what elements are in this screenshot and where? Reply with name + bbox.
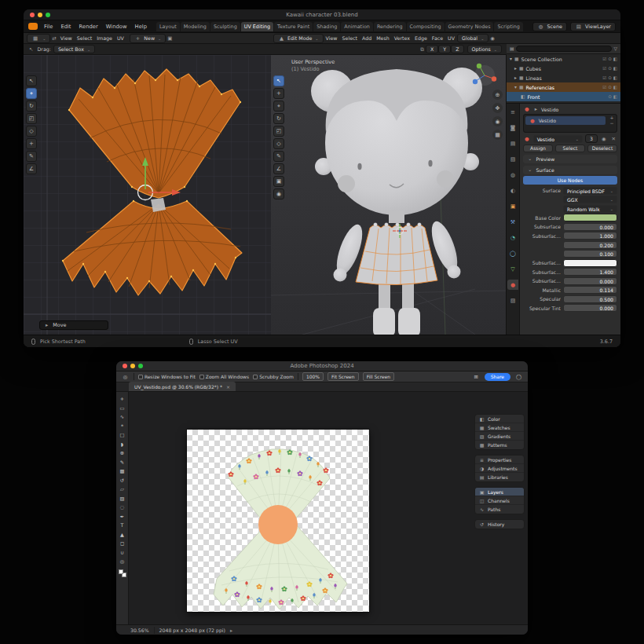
remove-slot-button[interactable]: − [609,120,613,126]
outliner-row-cubes[interactable]: ▸ ▦ Cubes ☑⊙◧ [507,64,620,73]
perspective-toggle-icon[interactable]: ▦ [492,130,503,140]
sss-radius-r-slider[interactable]: 1.000 [563,232,617,240]
move-tool-icon[interactable]: + [118,395,126,402]
deselect-button[interactable]: Deselect [587,145,617,152]
sss-ior-slider[interactable]: 1.400 [563,268,617,276]
vp-menu-face[interactable]: Face [430,34,445,42]
viewlayer-tab-icon[interactable]: ▧ [507,154,518,164]
uv-transform-tool-icon[interactable]: ◇ [26,126,37,137]
sss-color-swatch[interactable] [563,259,617,267]
specular-tint-slider[interactable]: 0.000 [563,304,617,312]
uv-menu-uv[interactable]: UV [115,34,126,42]
material-slot-list[interactable]: ● Vestido + − [523,114,617,133]
uv-menu-select[interactable]: Select [75,34,94,42]
menu-window[interactable]: Window [103,22,130,31]
render-tab-icon[interactable]: ◙ [507,123,518,133]
select-button[interactable]: Select [555,145,585,152]
expand-icon[interactable]: ▸ [514,75,517,80]
vp-annotate-tool-icon[interactable]: ✎ [273,151,284,162]
distribution-dropdown[interactable]: GGX [563,196,617,203]
clone-stamp-tool-icon[interactable]: ▩ [118,467,126,474]
foreground-background-swatches[interactable] [119,569,126,577]
panel-properties[interactable]: ≡Properties [475,456,524,464]
pan-view-icon[interactable]: ✥ [492,103,503,113]
eye-icon[interactable]: ⊙ [608,85,612,90]
vp-menu-view[interactable]: View [324,34,340,42]
hand-tool-icon[interactable]: ∪ [118,549,126,556]
vp-extrude-tool-icon[interactable]: ▣ [273,176,284,187]
metallic-slider[interactable]: 0.114 [563,286,617,294]
zoom-level-field[interactable]: 30.56% [130,628,149,633]
eraser-tool-icon[interactable]: ▱ [118,485,126,492]
vp-transform-tool-icon[interactable]: ◇ [273,138,284,149]
texture-tab-icon[interactable]: ▨ [507,295,518,306]
minimize-window-button[interactable] [130,364,135,368]
account-avatar-icon[interactable]: ◯ [514,373,523,380]
camera-icon[interactable]: ◧ [613,94,617,99]
share-button[interactable]: Share [485,373,510,381]
quick-select-tool-icon[interactable]: * [118,423,126,430]
sss-anisotropy-slider[interactable]: 0.000 [563,277,617,285]
vp-menu-mesh[interactable]: Mesh [374,34,392,42]
panel-color[interactable]: ◧Color [475,415,524,423]
uv-select-tool-icon[interactable]: ↖ [26,75,37,86]
panel-swatches[interactable]: ▦Swatches [475,423,524,432]
zoom-tool-icon[interactable]: ◎ [121,373,130,380]
camera-view-icon[interactable]: ◉ [492,116,503,126]
orientation-dropdown[interactable]: Global [457,34,488,42]
modifiers-tab-icon[interactable]: ⚒ [507,217,518,227]
maximize-window-button[interactable] [138,364,143,368]
workspace-grid-icon[interactable]: ⊞ [472,373,481,380]
uv-editor[interactable]: ↖ ⌖ ↻ ◰ ◇ + ✎ ∠ ▸ Move [24,55,271,335]
vp-menu-uv[interactable]: UV [445,34,457,42]
mirror-x-toggle[interactable]: X [426,45,438,53]
eye-icon[interactable]: ⊙ [608,57,612,61]
tab-geometry-nodes[interactable]: Geometry Nodes [445,22,494,31]
tab-rendering[interactable]: Rendering [374,22,406,31]
fake-user-shield-icon[interactable]: ◉ [600,136,608,142]
use-nodes-button[interactable]: Use Nodes [523,176,617,185]
maximize-window-button[interactable] [46,13,50,17]
new-image-button[interactable]: +New [130,34,166,43]
checkbox-icon[interactable]: ☑ [602,66,606,71]
physics-tab-icon[interactable]: ◯ [507,248,518,258]
surface-shader-dropdown[interactable]: Principled BSDF [563,187,617,195]
tab-texture-paint[interactable]: Texture Paint [274,22,313,31]
material-slot-row[interactable]: ● Vestido [525,116,606,125]
vp-measure-tool-icon[interactable]: ∠ [273,163,284,174]
unlink-icon[interactable]: ✕ [610,136,617,142]
vp-menu-vertex[interactable]: Vertex [392,34,412,42]
document-tab[interactable]: UV_Vestido.psd @ 30.6% (RGB/32*) * × [129,382,236,391]
resize-windows-checkbox[interactable]: Resize Windows to Fit [138,374,196,379]
specular-slider[interactable]: 0.500 [563,295,617,303]
tab-compositing[interactable]: Compositing [407,22,445,31]
add-slot-button[interactable]: + [609,115,613,120]
viewlayer-selector[interactable]: ▤ViewLayer [570,22,616,31]
scene-tab-icon[interactable]: ◍ [507,170,518,180]
outliner-row-scene-collection[interactable]: ▾ ▦ Scene Collection ☑⊙◧ [507,54,620,64]
options-dropdown[interactable]: Options [467,45,503,53]
vp-inset-tool-icon[interactable]: ◉ [273,188,284,199]
world-tab-icon[interactable]: ◐ [507,185,518,196]
sss-method-dropdown[interactable]: Random Walk [563,205,617,213]
users-count-badge[interactable]: 3 [585,134,598,143]
checkbox-icon[interactable]: ☑ [602,75,606,80]
scrubby-zoom-checkbox[interactable]: Scrubby Zoom [253,374,294,379]
panel-gradients[interactable]: ▨Gradients [475,432,524,441]
blur-tool-icon[interactable]: ◌ [118,503,126,510]
expand-icon[interactable]: ▾ [514,85,517,90]
surface-section-header[interactable]: ⌄ Surface [523,166,617,174]
camera-icon[interactable]: ◧ [613,75,617,80]
vp-menu-add[interactable]: Add [360,34,374,42]
uv-scale-tool-icon[interactable]: ◰ [26,113,37,124]
viewport-3d[interactable]: User Perspective (1) Vestido ↖ + ⌖ ↻ ◰ ◇… [271,55,507,335]
camera-icon[interactable]: ◧ [613,66,617,71]
editor-type-button[interactable]: ▦ [27,34,50,43]
vp-scale-tool-icon[interactable]: ◰ [273,126,284,137]
mirror-y-toggle[interactable]: Y [438,45,451,53]
document-canvas[interactable] [187,430,369,612]
viewport-canvas[interactable] [271,55,507,335]
zoom-all-windows-checkbox[interactable]: Zoom All Windows [199,374,249,379]
operator-panel[interactable]: ▸ Move [39,320,108,330]
uv-rotate-tool-icon[interactable]: ↻ [26,101,37,112]
